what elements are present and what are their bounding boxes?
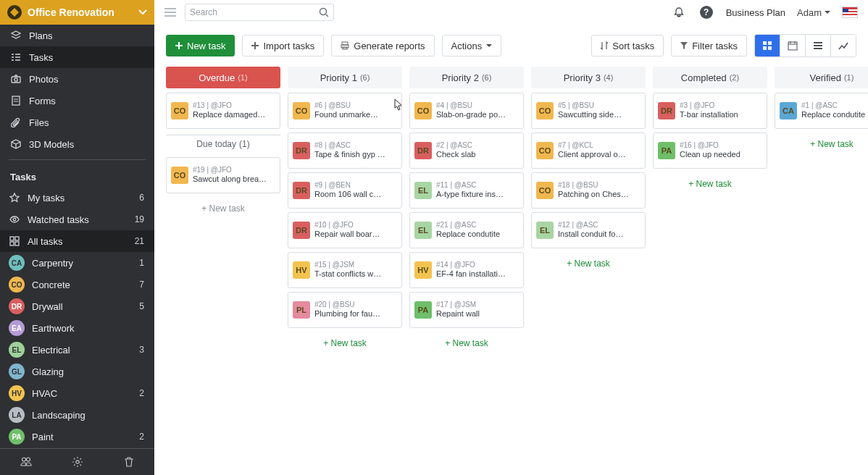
search-icon[interactable] [319,7,329,17]
add-task-button[interactable]: + New task [288,332,402,354]
import-tasks-button[interactable]: Import tasks [242,35,324,56]
column-header[interactable]: Overdue(1) [166,67,280,88]
view-list-button[interactable] [806,35,831,56]
view-calendar-button[interactable] [780,35,806,56]
task-card-text: #14 | @JFOEF-4 fan installati… [436,261,519,279]
nav-item-plans[interactable]: Plans [0,25,154,46]
task-card[interactable]: CO#5 | @BSUSawcutting side… [531,93,646,129]
column-header[interactable]: Priority 3(4) [531,67,646,88]
add-task-button[interactable]: + New task [775,133,868,155]
task-card[interactable]: EL#11 | @ASCA-type fixture ins… [409,172,524,209]
task-card[interactable]: PL#20 | @BSUPlumbing for fau… [288,292,402,328]
task-card-title: Found unmarke… [314,110,397,120]
sidebar-footer [0,448,154,475]
notifications-button[interactable] [671,4,687,20]
task-card-title: Check slab [436,150,519,160]
filter-item-count: 6 [139,193,144,203]
help-icon: ? [700,6,713,19]
add-task-button[interactable]: + New task [409,332,524,354]
filter-item-concrete[interactable]: COConcrete7 [0,274,154,295]
task-card[interactable]: CO#6 | @BSUFound unmarke… [288,93,402,129]
sidebar-toggle-button[interactable] [160,2,180,22]
filter-item-drywall[interactable]: DRDrywall5 [0,295,154,317]
actions-menu-button[interactable]: Actions [442,35,502,56]
help-button[interactable]: ? [698,4,714,20]
svg-rect-3 [12,96,20,105]
task-card[interactable]: CA#1 | @ASCReplace condutite [775,93,868,129]
main: New task Import tasks Generate reports A… [154,25,868,475]
filter-item-count: 3 [139,345,144,355]
task-card[interactable]: PA#16 | @JFOClean up needed [653,133,767,169]
filter-tasks-button[interactable]: Filter tasks [671,35,747,56]
team-button[interactable] [20,455,33,468]
view-kanban-button[interactable] [755,35,780,56]
task-card[interactable]: HV#15 | @JSMT-stat conflicts w… [288,252,402,288]
task-filter-list: My tasks6Watched tasks19All tasks21CACar… [0,187,154,447]
task-card[interactable]: DR#10 | @JFORepair wall boar… [288,212,402,248]
add-task-button[interactable]: + New task [653,173,767,195]
task-card-title: Replace condutite [801,110,868,120]
sort-tasks-button[interactable]: Sort tasks [591,35,664,56]
app-logo-icon [7,5,22,20]
trash-button[interactable] [122,455,135,468]
filter-item-paint[interactable]: PAPaint2 [0,426,154,447]
add-task-button[interactable]: + New task [531,253,646,274]
task-card[interactable]: DR#3 | @JFOT-bar installation [653,93,767,129]
task-card-title: Repaint wall [436,309,519,319]
task-card-meta: #4 | @BSU [436,101,519,111]
settings-button[interactable] [71,455,84,468]
column-header[interactable]: Priority 1(6) [288,67,402,88]
column-completed: Completed(2)DR#3 | @JFOT-bar installatio… [653,67,767,195]
nav-item-3d-models[interactable]: 3D Models [0,133,154,155]
column-header[interactable]: Completed(2) [653,67,767,88]
nav-item-files[interactable]: Files [0,112,154,133]
task-card[interactable]: HV#14 | @JFOEF-4 fan installati… [409,252,524,288]
task-card[interactable]: DR#9 | @BENRoom 106 wall c… [288,172,402,209]
column-header[interactable]: Priority 2(6) [409,67,524,88]
task-card-title: Tape & finish gyp … [314,150,397,160]
filter-item-landscaping[interactable]: LALandscaping [0,404,154,426]
filter-item-glazing[interactable]: GLGlazing [0,361,154,382]
new-task-label: New task [187,41,225,51]
task-card-text: #18 | @BSUPatching on Ches… [558,181,640,200]
task-card-title: Install conduit fo… [558,230,640,240]
task-card[interactable]: CO#7 | @KCLClient approval o… [531,133,646,169]
nav-item-tasks[interactable]: Tasks [0,46,154,68]
column-title: Overdue [199,72,235,83]
filter-item-hvac[interactable]: HVHVAC2 [0,382,154,404]
task-card[interactable]: DR#2 | @ASCCheck slab [409,133,524,169]
new-task-button[interactable]: New task [166,35,235,56]
task-card-meta: #18 | @BSU [558,181,640,190]
task-card[interactable]: CO#4 | @BSUSlab-on-grade po… [409,93,524,129]
nav-item-photos[interactable]: Photos [0,68,154,90]
project-switcher[interactable]: Office Renovation [0,0,154,25]
filter-item-carpentry[interactable]: CACarpentry1 [0,252,154,274]
add-task-button[interactable]: + New task [166,198,280,219]
plan-link[interactable]: Business Plan [726,7,785,18]
assignee-chip: PA [658,142,675,159]
task-card[interactable]: CO#13 | @JFOReplace damaged… [166,93,280,129]
filter-item-earthwork[interactable]: EAEarthwork [0,317,154,339]
flag-us-icon[interactable] [842,7,858,18]
generate-reports-button[interactable]: Generate reports [331,35,434,56]
filter-item-watched-tasks[interactable]: Watched tasks19 [0,209,154,230]
view-analytics-button[interactable] [831,35,856,56]
task-card[interactable]: EL#12 | @ASCInstall conduit fo… [531,212,646,248]
filter-item-all-tasks[interactable]: All tasks21 [0,230,154,252]
column-header[interactable]: Verified(1) [775,67,868,88]
task-card[interactable]: CO#18 | @BSUPatching on Ches… [531,172,646,209]
search-input[interactable] [190,7,316,17]
task-card[interactable]: DR#8 | @ASCTape & finish gyp … [288,133,402,169]
task-card[interactable]: CO#19 | @JFOSawcut along brea… [166,157,280,193]
nav-item-forms[interactable]: Forms [0,90,154,112]
user-menu[interactable]: Adam [797,7,830,18]
filter-item-electrical[interactable]: ELElectrical3 [0,339,154,361]
task-card[interactable]: PA#17 | @JSMRepaint wall [409,292,524,328]
task-card-meta: #9 | @BEN [314,181,397,190]
category-chip: DR [9,298,25,314]
filter-item-my-tasks[interactable]: My tasks6 [0,187,154,209]
plus-icon [251,42,259,49]
task-card[interactable]: EL#21 | @ASCReplace condutite [409,212,524,248]
filter-item-label: All tasks [28,236,62,247]
svg-rect-15 [763,46,767,50]
